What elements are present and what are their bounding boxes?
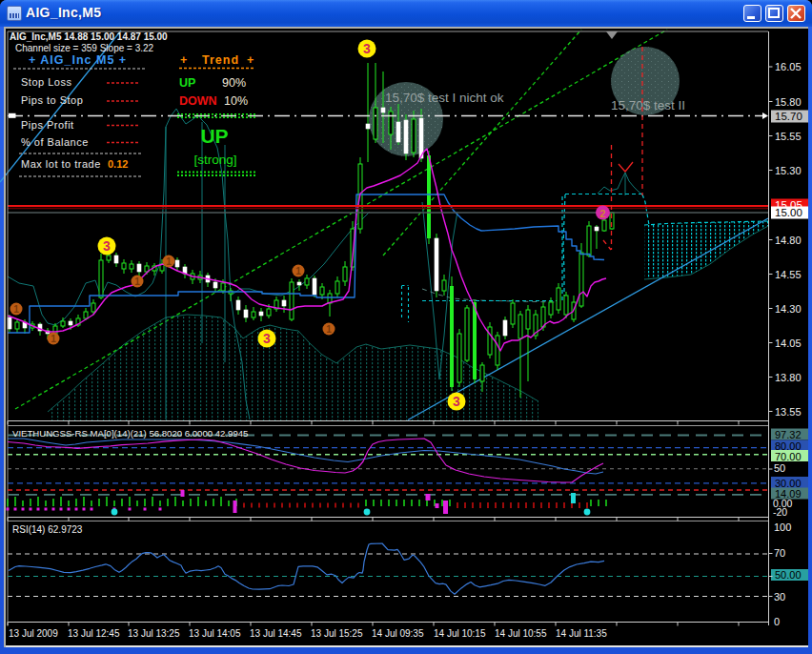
svg-text:10%: 10%: [224, 94, 248, 108]
svg-text:Trend: Trend: [202, 53, 239, 67]
svg-text:14.05: 14.05: [775, 337, 802, 349]
svg-text:2: 2: [599, 208, 605, 219]
svg-text:1: 1: [134, 276, 140, 287]
svg-text:3: 3: [363, 41, 371, 56]
svg-text:14.30: 14.30: [775, 303, 802, 315]
svg-text:1: 1: [166, 256, 172, 267]
svg-text:+ AIG_Inc M5 +: + AIG_Inc M5 +: [29, 53, 127, 67]
svg-text:1: 1: [51, 334, 56, 344]
svg-text:0.12: 0.12: [108, 158, 128, 170]
svg-text:13.55: 13.55: [775, 406, 802, 418]
svg-text:13 Jul 15:25: 13 Jul 15:25: [311, 628, 363, 639]
svg-text:15.70: 15.70: [775, 111, 802, 122]
svg-text:AIG_Inc,M5 14.88 15.00 14.87: AIG_Inc,M5 14.88 15.00 14.87 15.00: [10, 31, 168, 42]
svg-text:3: 3: [103, 238, 111, 254]
svg-text:14.55: 14.55: [775, 269, 802, 280]
svg-text:-20: -20: [773, 506, 787, 518]
svg-text:30.00: 30.00: [775, 478, 802, 489]
svg-text:13 Jul 2009: 13 Jul 2009: [9, 628, 58, 639]
svg-text:15.80: 15.80: [775, 96, 802, 108]
svg-text:[strong]: [strong]: [193, 153, 236, 167]
svg-text:Pips to Stop: Pips to Stop: [21, 94, 83, 106]
svg-text:3: 3: [263, 331, 271, 346]
svg-text:70.00: 70.00: [775, 451, 802, 462]
svg-text:3: 3: [453, 394, 460, 409]
svg-text:13.80: 13.80: [775, 372, 802, 383]
svg-text:15.00: 15.00: [775, 207, 802, 218]
svg-text:13 Jul 14:05: 13 Jul 14:05: [189, 628, 241, 639]
svg-text:13 Jul 13:25: 13 Jul 13:25: [128, 628, 180, 639]
svg-text:15.30: 15.30: [775, 165, 802, 176]
svg-text:30: 30: [774, 591, 785, 603]
svg-text:+: +: [247, 53, 254, 67]
svg-text:14 Jul 10:15: 14 Jul 10:15: [434, 628, 486, 639]
svg-text:100: 100: [774, 521, 791, 533]
svg-text:16.05: 16.05: [775, 61, 802, 72]
svg-text:+: +: [180, 53, 187, 67]
svg-text:50.00: 50.00: [775, 569, 802, 581]
svg-text:70: 70: [774, 547, 785, 559]
svg-text:14 Jul 10:55: 14 Jul 10:55: [495, 628, 547, 639]
svg-text:15,70$ test I nicht ok: 15,70$ test I nicht ok: [385, 91, 504, 105]
svg-text:14 Jul 09:35: 14 Jul 09:35: [372, 628, 424, 639]
svg-text:UP: UP: [200, 125, 228, 147]
svg-text:14.80: 14.80: [775, 235, 802, 246]
svg-text:VIETHUNGSS-RS MA[0](14)(21) 56: VIETHUNGSS-RS MA[0](14)(21) 56.8020 6.00…: [12, 428, 248, 439]
svg-text:UP: UP: [179, 76, 195, 90]
svg-text:% of Balance: % of Balance: [21, 136, 89, 148]
svg-text:14 Jul 11:35: 14 Jul 11:35: [556, 628, 607, 639]
svg-text:15,70$ test II: 15,70$ test II: [611, 98, 685, 112]
svg-text:RSI(14) 62.9723: RSI(14) 62.9723: [12, 524, 83, 535]
svg-text:90%: 90%: [222, 76, 246, 90]
svg-text:1: 1: [295, 266, 301, 276]
svg-text:Max lot to trade: Max lot to trade: [21, 158, 101, 170]
svg-text:13 Jul 12:45: 13 Jul 12:45: [68, 628, 120, 639]
svg-text:15.55: 15.55: [775, 131, 802, 142]
svg-text:0: 0: [774, 616, 780, 627]
svg-text:50: 50: [774, 462, 785, 474]
svg-text:Stop Loss: Stop Loss: [21, 76, 71, 88]
svg-text:Pips Profit: Pips Profit: [21, 119, 74, 131]
svg-text:1: 1: [13, 304, 19, 315]
svg-text:13 Jul 14:45: 13 Jul 14:45: [250, 628, 302, 639]
svg-text:97.32: 97.32: [775, 429, 802, 440]
svg-text:Channel size = 359 Slope = 3.2: Channel size = 359 Slope = 3.22: [15, 43, 154, 53]
svg-text:DOWN: DOWN: [179, 94, 217, 108]
svg-text:1: 1: [326, 324, 332, 335]
